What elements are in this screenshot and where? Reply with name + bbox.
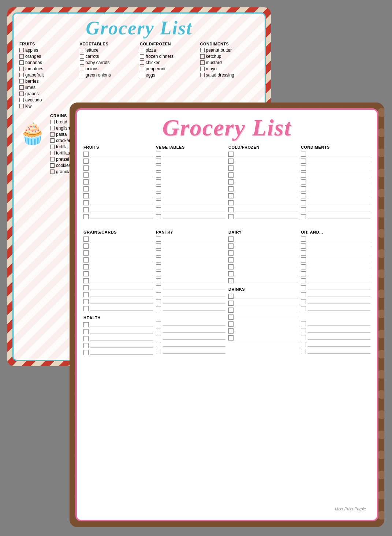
write-line[interactable]	[235, 251, 298, 255]
write-line[interactable]	[235, 315, 298, 319]
checkbox[interactable]	[50, 157, 55, 161]
checkbox[interactable]	[83, 322, 89, 327]
write-line[interactable]	[308, 258, 370, 262]
write-line[interactable]	[235, 336, 298, 340]
checkbox[interactable]	[19, 54, 24, 59]
write-line[interactable]	[235, 187, 298, 191]
checkbox[interactable]	[301, 152, 306, 157]
checkbox[interactable]	[301, 328, 306, 333]
write-line[interactable]	[90, 323, 153, 327]
write-line[interactable]	[163, 258, 225, 262]
write-line[interactable]	[90, 272, 153, 276]
checkbox[interactable]	[156, 264, 161, 269]
write-line[interactable]	[90, 159, 153, 163]
checkbox[interactable]	[50, 145, 55, 149]
checkbox[interactable]	[80, 60, 84, 65]
write-line[interactable]	[90, 215, 153, 219]
write-line[interactable]	[308, 152, 370, 156]
checkbox[interactable]	[83, 306, 89, 311]
write-line[interactable]	[235, 322, 298, 326]
checkbox[interactable]	[156, 207, 161, 212]
checkbox[interactable]	[83, 193, 89, 198]
write-line[interactable]	[90, 152, 153, 156]
write-line[interactable]	[163, 180, 225, 184]
checkbox[interactable]	[156, 159, 161, 164]
write-line[interactable]	[235, 258, 298, 262]
write-line[interactable]	[235, 215, 298, 219]
checkbox[interactable]	[228, 172, 234, 178]
checkbox[interactable]	[228, 264, 234, 269]
write-line[interactable]	[235, 194, 298, 198]
checkbox[interactable]	[228, 250, 234, 256]
checkbox[interactable]	[83, 165, 89, 171]
checkbox[interactable]	[200, 73, 205, 77]
checkbox[interactable]	[19, 60, 24, 65]
write-line[interactable]	[235, 329, 298, 333]
checkbox[interactable]	[50, 163, 55, 168]
write-line[interactable]	[163, 208, 225, 212]
write-line[interactable]	[235, 159, 298, 163]
write-line[interactable]	[308, 208, 370, 212]
checkbox[interactable]	[301, 207, 306, 212]
checkbox[interactable]	[156, 278, 161, 283]
checkbox[interactable]	[228, 301, 234, 306]
write-line[interactable]	[163, 187, 225, 191]
write-line[interactable]	[90, 293, 153, 297]
checkbox[interactable]	[83, 250, 89, 256]
write-line[interactable]	[308, 342, 370, 347]
write-line[interactable]	[163, 166, 225, 170]
checkbox[interactable]	[83, 243, 89, 249]
checkbox[interactable]	[228, 193, 234, 198]
checkbox[interactable]	[301, 193, 306, 198]
write-line[interactable]	[90, 286, 153, 290]
write-line[interactable]	[235, 272, 298, 276]
checkbox[interactable]	[301, 264, 306, 269]
checkbox[interactable]	[301, 186, 306, 191]
write-line[interactable]	[308, 159, 370, 163]
checkbox[interactable]	[80, 54, 84, 59]
write-line[interactable]	[308, 328, 370, 333]
write-line[interactable]	[90, 201, 153, 205]
write-line[interactable]	[163, 272, 225, 276]
checkbox[interactable]	[83, 292, 89, 297]
checkbox[interactable]	[156, 257, 161, 263]
write-line[interactable]	[90, 251, 153, 255]
write-line[interactable]	[90, 258, 153, 262]
write-line[interactable]	[90, 187, 153, 191]
write-line[interactable]	[90, 306, 153, 311]
checkbox[interactable]	[301, 321, 306, 326]
checkbox[interactable]	[83, 329, 89, 334]
checkbox[interactable]	[228, 207, 234, 212]
checkbox[interactable]	[301, 257, 306, 263]
write-line[interactable]	[163, 349, 225, 354]
write-line[interactable]	[163, 237, 225, 241]
checkbox[interactable]	[156, 193, 161, 198]
write-line[interactable]	[163, 173, 225, 177]
checkbox[interactable]	[301, 278, 306, 283]
write-line[interactable]	[235, 301, 298, 305]
checkbox[interactable]	[228, 200, 234, 205]
checkbox[interactable]	[19, 92, 24, 96]
checkbox[interactable]	[50, 138, 55, 143]
write-line[interactable]	[235, 294, 298, 298]
write-line[interactable]	[308, 194, 370, 198]
checkbox[interactable]	[228, 243, 234, 249]
write-line[interactable]	[308, 321, 370, 326]
checkbox[interactable]	[156, 237, 161, 242]
write-line[interactable]	[308, 201, 370, 205]
checkbox[interactable]	[156, 299, 161, 304]
checkbox[interactable]	[140, 73, 144, 77]
checkbox[interactable]	[156, 214, 161, 219]
checkbox[interactable]	[228, 294, 234, 299]
checkbox[interactable]	[156, 186, 161, 191]
checkbox[interactable]	[156, 271, 161, 276]
checkbox[interactable]	[301, 250, 306, 256]
write-line[interactable]	[235, 166, 298, 170]
checkbox[interactable]	[19, 85, 24, 90]
write-line[interactable]	[90, 173, 153, 177]
write-line[interactable]	[90, 244, 153, 248]
checkbox[interactable]	[83, 343, 89, 348]
checkbox[interactable]	[301, 243, 306, 249]
checkbox[interactable]	[83, 186, 89, 191]
write-line[interactable]	[308, 286, 370, 290]
